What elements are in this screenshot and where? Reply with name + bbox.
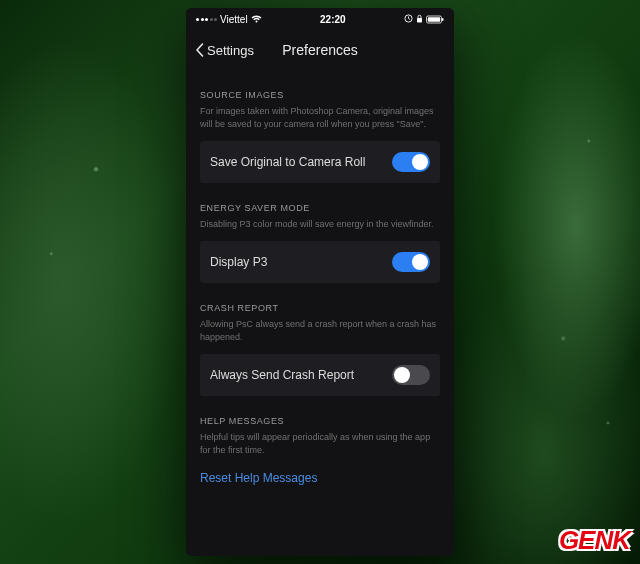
signal-strength-icon [196, 18, 217, 21]
back-label: Settings [207, 43, 254, 58]
row-label-crash-report: Always Send Crash Report [210, 368, 354, 382]
toggle-display-p3[interactable] [392, 252, 430, 272]
svg-rect-1 [417, 18, 422, 23]
lock-icon [416, 14, 423, 25]
section-desc-help-messages: Helpful tips will appear periodically as… [200, 431, 440, 457]
watermark-logo: GENK [559, 525, 630, 556]
svg-rect-4 [442, 18, 444, 21]
status-bar: Viettel 22:20 [186, 8, 454, 30]
section-header-help-messages: HELP MESSAGES [200, 416, 440, 426]
battery-icon [426, 15, 444, 24]
section-header-crash-report: CRASH REPORT [200, 303, 440, 313]
toggle-crash-report[interactable] [392, 365, 430, 385]
clock: 22:20 [320, 14, 346, 25]
page-title: Preferences [282, 42, 357, 58]
section-header-energy-saver: ENERGY SAVER MODE [200, 203, 440, 213]
reset-help-messages-link[interactable]: Reset Help Messages [200, 467, 440, 485]
toggle-save-original[interactable] [392, 152, 430, 172]
chevron-left-icon [194, 42, 205, 58]
phone-frame: Viettel 22:20 Settings Preferences [186, 8, 454, 556]
row-label-save-original: Save Original to Camera Roll [210, 155, 365, 169]
section-desc-crash-report: Allowing PsC always send a crash report … [200, 318, 440, 344]
svg-rect-3 [428, 17, 440, 21]
section-desc-source-images: For images taken with Photoshop Camera, … [200, 105, 440, 131]
row-save-original[interactable]: Save Original to Camera Roll [200, 141, 440, 183]
carrier-label: Viettel [220, 14, 248, 25]
settings-content[interactable]: SOURCE IMAGES For images taken with Phot… [186, 70, 454, 556]
nav-bar: Settings Preferences [186, 30, 454, 70]
section-desc-energy-saver: Disabling P3 color mode will save energy… [200, 218, 440, 231]
back-button[interactable]: Settings [194, 42, 254, 58]
orientation-lock-icon [404, 14, 413, 25]
section-header-source-images: SOURCE IMAGES [200, 90, 440, 100]
wifi-icon [251, 15, 262, 23]
row-display-p3[interactable]: Display P3 [200, 241, 440, 283]
row-crash-report[interactable]: Always Send Crash Report [200, 354, 440, 396]
row-label-display-p3: Display P3 [210, 255, 267, 269]
